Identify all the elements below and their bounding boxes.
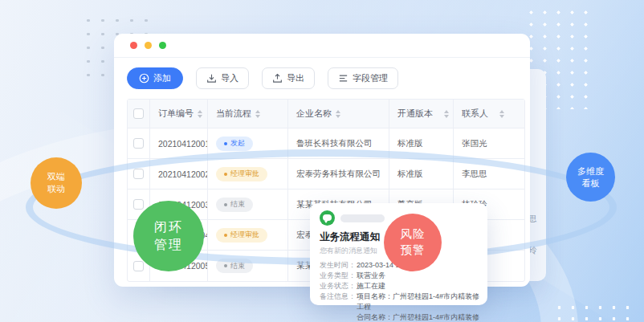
contact-cell: 张国光 — [454, 128, 524, 159]
marketing-banner: 思 玲 添加 导入 — [0, 0, 644, 322]
remark-line: 项目名称：广州碧桂园1-4#市内精装修工程 — [357, 291, 479, 312]
feature-badge-closed-loop: 闭环 管理 — [133, 201, 204, 271]
notification-field: 备注信息： 项目名称：广州碧桂园1-4#市内精装修工程 合同名称：广州碧桂园1-… — [320, 291, 479, 322]
column-header-order-id[interactable]: 订单编号 — [150, 100, 208, 128]
toolbar: 添加 导入 导出 字段管理 — [114, 58, 530, 89]
sort-icon[interactable] — [336, 110, 340, 118]
window-maximize-button[interactable] — [159, 42, 166, 49]
plus-circle-icon — [139, 73, 149, 84]
column-header-company[interactable]: 企业名称 — [288, 100, 389, 128]
status-badge: 发起 — [216, 137, 253, 151]
export-button[interactable]: 导出 — [262, 67, 315, 89]
sort-icon[interactable] — [444, 110, 449, 118]
wechat-icon — [320, 210, 335, 226]
import-button-label: 导入 — [221, 72, 238, 84]
add-button[interactable]: 添加 — [127, 67, 183, 89]
column-header-version[interactable]: 开通版本 — [389, 100, 454, 128]
column-header-current-flow[interactable]: 当前流程 — [208, 100, 288, 128]
select-all-checkbox[interactable] — [133, 108, 144, 119]
import-icon — [206, 73, 217, 84]
dot-grid-bottom-right — [552, 302, 633, 322]
window-titlebar — [114, 34, 530, 58]
window-close-button[interactable] — [130, 42, 137, 49]
notification-field: 业务类型： 联营业务 — [320, 271, 479, 281]
remark-line: 合同名称：广州碧桂园1-4#市内精装修工程龙骨采购合同 — [357, 312, 479, 322]
feature-badge-multi-dimension-board: 多维度 看板 — [566, 153, 615, 202]
status-dot — [224, 142, 227, 145]
sort-icon[interactable] — [198, 110, 202, 118]
list-settings-icon — [338, 73, 348, 84]
export-icon — [272, 73, 283, 84]
sort-icon[interactable] — [499, 110, 504, 118]
feature-badge-dual-linkage: 双端 联动 — [31, 157, 82, 209]
import-button[interactable]: 导入 — [196, 67, 249, 89]
column-header-contact[interactable]: 联系人 — [454, 100, 524, 128]
row-checkbox[interactable] — [133, 261, 144, 271]
row-checkbox[interactable] — [133, 138, 144, 149]
add-button-label: 添加 — [153, 72, 171, 84]
table-header-row: 订单编号 当前流程 企业名称 开通版本 联系人 — [128, 100, 524, 128]
sort-icon[interactable] — [255, 110, 260, 118]
feature-badge-risk-warning: 风险 预警 — [384, 214, 442, 271]
sender-name-placeholder — [340, 214, 385, 222]
notification-field: 业务状态： 施工在建 — [320, 281, 479, 291]
field-management-button[interactable]: 字段管理 — [328, 67, 398, 89]
export-button-label: 导出 — [287, 72, 304, 84]
window-minimize-button[interactable] — [145, 42, 152, 49]
field-management-button-label: 字段管理 — [353, 72, 388, 84]
status-dot — [224, 264, 227, 267]
